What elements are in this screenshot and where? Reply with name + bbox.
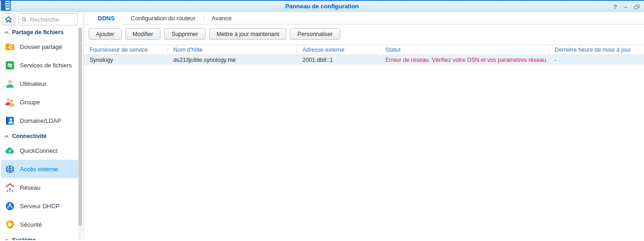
home-icon — [5, 16, 12, 23]
file-services-icon — [5, 60, 15, 70]
search-icon — [22, 17, 27, 23]
collapse-chevron-icon — [4, 31, 9, 34]
external-access-icon — [5, 164, 15, 174]
sidebar-item-external-access[interactable]: Accès externe — [1, 160, 78, 178]
search-box[interactable] — [18, 13, 78, 25]
control-panel-window: Panneau de configuration ? – — [0, 0, 644, 241]
update-now-button[interactable]: Mettre à jour maintenant — [209, 28, 287, 40]
tab-label: DDNS — [98, 15, 115, 22]
shared-folder-icon — [5, 42, 15, 52]
sidebar: Partage de fichiers Dossier partagé — [0, 12, 84, 240]
cell-provider: Synology — [84, 57, 168, 63]
user-icon — [5, 79, 15, 89]
minimize-icon[interactable]: – — [624, 2, 627, 12]
table-header: Fournisseur de service Nom d'hôte Adress… — [84, 45, 644, 55]
tab-label: Configuration du routeur — [131, 15, 195, 22]
sidebar-item-label: Services de fichiers — [20, 62, 72, 69]
main-content: DDNS Configuration du routeur Avancé Ajo… — [84, 12, 644, 240]
action-toolbar: Ajouter Modifier Supprimer Mettre à jour… — [84, 24, 644, 43]
sidebar-item-label: Serveur DHCP — [20, 203, 59, 210]
table-row[interactable]: Synology ds213jcible.synology.me 2001:db… — [84, 55, 644, 65]
sidebar-section-connectivity[interactable]: Connectivité — [0, 131, 83, 141]
restore-icon[interactable] — [634, 5, 639, 9]
group-icon — [5, 97, 15, 107]
tab-label: Avancé — [212, 15, 231, 22]
column-header-hostname[interactable]: Nom d'hôte — [168, 47, 297, 54]
sidebar-item-user[interactable]: Utilisateur — [1, 74, 78, 93]
sidebar-item-dhcp-server[interactable]: Serveur DHCP — [1, 197, 78, 215]
sidebar-item-label: Accès externe — [20, 166, 58, 173]
network-icon — [5, 183, 15, 193]
sidebar-item-label: Groupe — [20, 99, 40, 106]
sidebar-item-quickconnect[interactable]: QuickConnect — [1, 141, 78, 160]
sidebar-item-label: Domaine/LDAP — [20, 117, 61, 124]
sidebar-item-group[interactable]: Groupe — [1, 93, 78, 111]
collapse-chevron-icon — [4, 135, 9, 138]
column-header-external-address[interactable]: Adresse externe — [297, 47, 380, 54]
cell-last-update: - — [549, 57, 644, 63]
window-title: Panneau de configuration — [0, 1, 644, 12]
tab-router-configuration[interactable]: Configuration du routeur — [123, 12, 203, 24]
section-label: Partage de fichiers — [12, 29, 64, 36]
domain-ldap-icon — [5, 116, 15, 126]
tab-ddns[interactable]: DDNS — [90, 12, 123, 24]
security-icon — [5, 220, 15, 229]
cell-status: Erreur de réseau. Vérifiez votre DSN et … — [380, 57, 549, 63]
sidebar-item-network[interactable]: Réseau — [1, 178, 78, 197]
sidebar-item-label: QuickConnect — [20, 147, 58, 154]
add-button[interactable]: Ajouter — [89, 28, 122, 40]
sidebar-item-label: Dossier partagé — [20, 43, 62, 50]
sidebar-section-system[interactable]: Système — [0, 235, 83, 240]
tab-advanced[interactable]: Avancé — [204, 12, 239, 24]
collapse-chevron-icon — [4, 239, 9, 241]
cell-hostname: ds213jcible.synology.me — [168, 57, 297, 63]
column-header-status[interactable]: Statut — [380, 47, 549, 54]
titlebar: Panneau de configuration ? – — [0, 0, 644, 12]
section-label: Système — [12, 237, 35, 240]
section-label: Connectivité — [12, 133, 47, 139]
column-header-last-update[interactable]: Dernière heure de mise à jour — [549, 47, 644, 54]
edit-button[interactable]: Modifier — [125, 28, 160, 40]
quickconnect-icon — [5, 146, 15, 156]
sidebar-item-security[interactable]: Sécurité — [1, 215, 78, 234]
ddns-table: Fournisseur de service Nom d'hôte Adress… — [84, 45, 644, 65]
sidebar-scrollbar[interactable] — [78, 27, 83, 240]
tab-bar: DDNS Configuration du routeur Avancé — [84, 12, 644, 24]
search-input[interactable] — [29, 16, 75, 24]
sidebar-item-label: Sécurité — [20, 221, 42, 228]
control-panel-app-icon[interactable] — [1, 0, 11, 11]
sidebar-item-label: Utilisateur — [20, 80, 47, 87]
home-button[interactable] — [2, 13, 15, 25]
dhcp-server-icon — [5, 201, 15, 211]
customize-button[interactable]: Personnaliser — [290, 28, 340, 40]
cell-external-address: 2001:db8::1 — [297, 57, 380, 63]
delete-button[interactable]: Supprimer — [164, 28, 206, 40]
sidebar-section-file-sharing[interactable]: Partage de fichiers — [0, 27, 83, 37]
sidebar-item-label: Réseau — [20, 184, 41, 191]
help-icon[interactable]: ? — [614, 2, 617, 12]
sidebar-item-domain-ldap[interactable]: Domaine/LDAP — [1, 111, 78, 130]
scrollbar-thumb[interactable] — [78, 28, 82, 226]
column-header-provider[interactable]: Fournisseur de service — [84, 47, 168, 54]
sidebar-item-file-services[interactable]: Services de fichiers — [1, 56, 78, 74]
sidebar-item-shared-folder[interactable]: Dossier partagé — [1, 37, 78, 56]
